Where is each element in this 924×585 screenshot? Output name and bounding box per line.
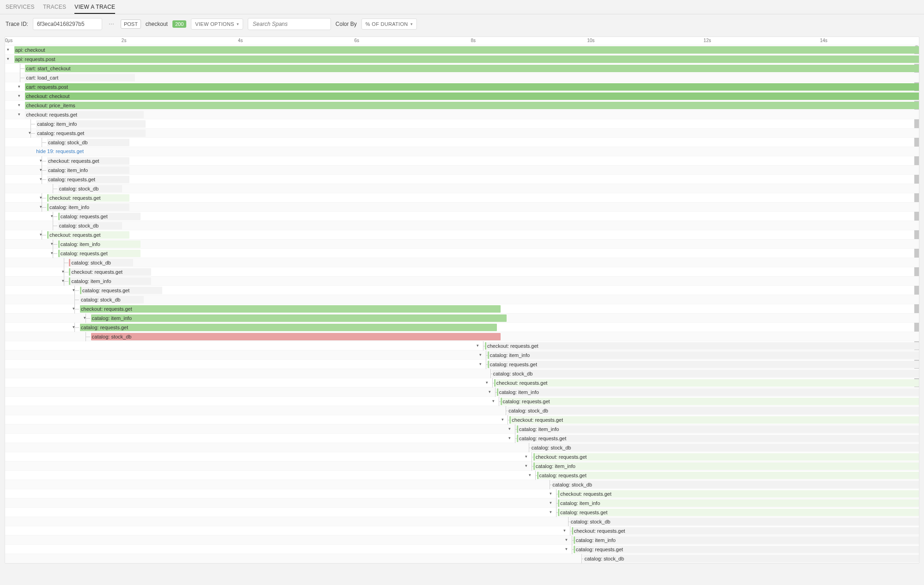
span-row[interactable]: ▾checkout: requests.get: [5, 452, 919, 462]
span-bar[interactable]: checkout: requests.get: [25, 111, 144, 118]
span-bar[interactable]: catalog: requests.get: [501, 398, 919, 405]
span-row[interactable]: catalog: item_info: [5, 119, 919, 129]
span-bar[interactable]: checkout: requests.get: [80, 305, 500, 313]
span-bar[interactable]: catalog: requests.get: [47, 176, 129, 183]
span-row[interactable]: ▾catalog: item_info: [5, 425, 919, 434]
span-bar[interactable]: catalog: stock_db: [583, 555, 919, 562]
span-bar[interactable]: catalog: requests.get: [574, 546, 919, 553]
span-bar[interactable]: catalog: requests.get: [36, 129, 146, 137]
span-row[interactable]: catalog: stock_db: [5, 258, 919, 267]
caret-icon[interactable]: ▾: [565, 547, 568, 551]
span-row[interactable]: ▾checkout: requests.get: [5, 415, 919, 425]
caret-icon[interactable]: ▾: [525, 454, 527, 459]
span-row[interactable]: ▾catalog: requests.get: [5, 471, 919, 480]
span-bar[interactable]: catalog: stock_db: [531, 444, 919, 451]
caret-icon[interactable]: ▾: [7, 47, 9, 52]
caret-icon[interactable]: ▾: [18, 103, 20, 107]
span-bar[interactable]: catalog: stock_db: [91, 333, 501, 340]
span-bar[interactable]: catalog: item_info: [558, 499, 919, 507]
caret-icon[interactable]: ▾: [40, 195, 42, 200]
caret-icon[interactable]: ▾: [40, 177, 42, 181]
span-bar[interactable]: catalog: item_info: [69, 277, 151, 285]
span-row[interactable]: ▾catalog: requests.get: [5, 286, 919, 295]
span-bar[interactable]: catalog: stock_db: [58, 185, 122, 192]
span-bar[interactable]: catalog: requests.get: [58, 213, 141, 220]
span-row[interactable]: cart: start_checkout: [5, 64, 919, 73]
span-bar[interactable]: checkout: requests.get: [558, 490, 919, 498]
span-bar[interactable]: checkout: requests.get: [47, 157, 129, 165]
span-bar[interactable]: catalog: item_info: [497, 388, 919, 396]
span-bar[interactable]: catalog: requests.get: [80, 324, 497, 331]
span-bar[interactable]: catalog: stock_db: [69, 259, 133, 266]
caret-icon[interactable]: ▾: [489, 389, 491, 394]
span-bar[interactable]: catalog: item_info: [91, 314, 507, 322]
caret-icon[interactable]: ▾: [492, 399, 495, 403]
span-bar[interactable]: checkout: requests.get: [69, 268, 151, 276]
span-bar[interactable]: api: requests.post: [14, 55, 919, 63]
caret-icon[interactable]: ▾: [73, 288, 75, 292]
caret-icon[interactable]: ▾: [479, 362, 482, 366]
span-row[interactable]: ▾catalog: item_info: [5, 240, 919, 249]
span-bar[interactable]: catalog: stock_db: [570, 518, 919, 525]
span-row[interactable]: catalog: stock_db: [5, 406, 919, 415]
tab-traces[interactable]: TRACES: [43, 4, 66, 14]
span-row[interactable]: ▾api: requests.post: [5, 55, 919, 64]
span-row[interactable]: catalog: stock_db: [5, 443, 919, 452]
span-row[interactable]: ▾catalog: item_info: [5, 499, 919, 508]
span-bar[interactable]: catalog: requests.get: [58, 250, 141, 257]
span-row[interactable]: ▾catalog: item_info: [5, 351, 919, 360]
span-bar[interactable]: checkout: price_items: [25, 102, 919, 109]
span-row[interactable]: ▾catalog: item_info: [5, 277, 919, 286]
span-row[interactable]: ▾catalog: requests.get: [5, 323, 919, 332]
span-row[interactable]: ▾checkout: requests.get: [5, 526, 919, 536]
hide-link[interactable]: hide 19: requests.get: [36, 148, 84, 154]
span-row[interactable]: ▾catalog: requests.get: [5, 434, 919, 443]
span-bar[interactable]: catalog: requests.get: [488, 361, 919, 368]
span-bar[interactable]: checkout: requests.get: [509, 416, 919, 424]
span-row[interactable]: ▾cart: requests.post: [5, 82, 919, 92]
span-row[interactable]: ▾catalog: requests.get: [5, 212, 919, 221]
caret-icon[interactable]: ▾: [550, 510, 552, 514]
span-row[interactable]: ▾catalog: requests.get: [5, 508, 919, 517]
caret-icon[interactable]: ▾: [40, 158, 42, 163]
trace-id-input[interactable]: [33, 18, 102, 30]
span-row[interactable]: ▾checkout: requests.get: [5, 489, 919, 499]
tab-view-trace[interactable]: VIEW A TRACE: [74, 4, 115, 14]
caret-icon[interactable]: ▾: [62, 278, 64, 283]
span-bar[interactable]: checkout: requests.get: [47, 231, 129, 239]
span-bar[interactable]: api: checkout: [14, 46, 919, 54]
span-row[interactable]: ▾checkout: requests.get: [5, 304, 919, 314]
span-bar[interactable]: catalog: stock_db: [58, 222, 122, 229]
caret-icon[interactable]: ▾: [529, 473, 531, 477]
span-bar[interactable]: catalog: item_info: [533, 462, 919, 470]
span-bar[interactable]: catalog: requests.get: [80, 287, 162, 294]
caret-icon[interactable]: ▾: [550, 500, 552, 505]
span-bar[interactable]: catalog: item_info: [488, 351, 919, 359]
caret-icon[interactable]: ▾: [51, 251, 53, 255]
span-row[interactable]: catalog: stock_db: [5, 221, 919, 230]
caret-icon[interactable]: ▾: [40, 167, 42, 172]
span-row[interactable]: ▾catalog: item_info: [5, 536, 919, 545]
span-row[interactable]: ▾checkout: price_items: [5, 101, 919, 110]
span-bar[interactable]: catalog: item_info: [47, 203, 129, 211]
span-bar[interactable]: catalog: stock_db: [492, 370, 919, 377]
span-bar[interactable]: catalog: item_info: [36, 120, 146, 128]
caret-icon[interactable]: ▾: [84, 315, 86, 320]
span-row[interactable]: cart: load_cart: [5, 73, 919, 82]
caret-icon[interactable]: ▾: [550, 491, 552, 496]
span-row[interactable]: ▾catalog: requests.get: [5, 397, 919, 406]
caret-icon[interactable]: ▾: [51, 214, 53, 218]
span-row[interactable]: catalog: stock_db: [5, 295, 919, 304]
span-bar[interactable]: checkout: requests.get: [533, 453, 919, 461]
span-row[interactable]: ▾checkout: requests.get: [5, 378, 919, 388]
span-row[interactable]: ▾checkout: requests.get: [5, 230, 919, 240]
span-row[interactable]: ▾catalog: requests.get: [5, 545, 919, 554]
span-bar[interactable]: cart: load_cart: [25, 74, 135, 81]
span-bar[interactable]: catalog: stock_db: [80, 296, 144, 303]
caret-icon[interactable]: ▾: [477, 343, 479, 348]
span-bar[interactable]: checkout: requests.get: [485, 342, 919, 350]
caret-icon[interactable]: ▾: [502, 417, 504, 422]
caret-icon[interactable]: ▾: [73, 325, 75, 329]
caret-icon[interactable]: ▾: [40, 204, 42, 209]
caret-icon[interactable]: ▾: [29, 130, 31, 135]
